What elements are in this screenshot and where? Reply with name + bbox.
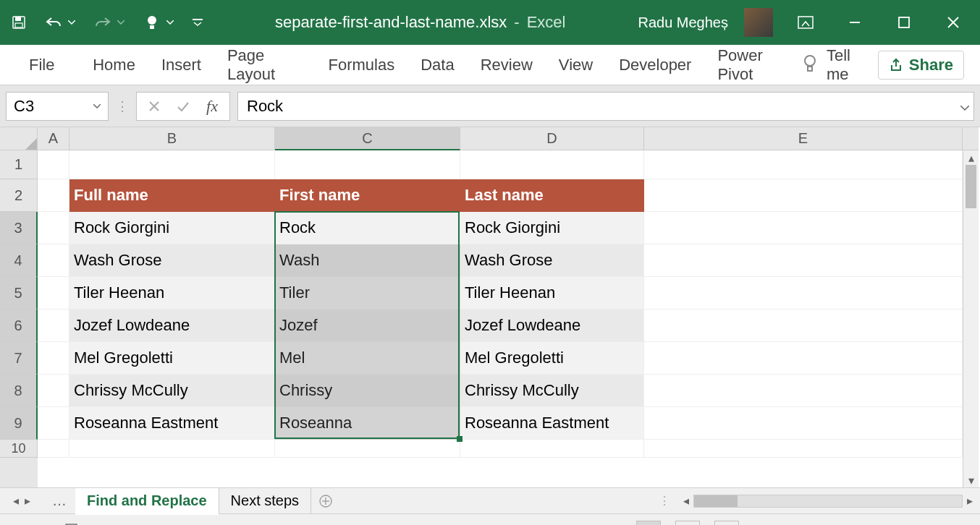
cell[interactable]: Tiler [275, 277, 460, 310]
macro-record-icon[interactable] [65, 522, 81, 525]
prev-sheet-button[interactable]: ◂ [13, 494, 19, 508]
vertical-scroll-thumb[interactable] [966, 165, 976, 208]
row-header-1[interactable]: 1 [0, 150, 38, 179]
cell[interactable] [460, 150, 644, 179]
cell[interactable] [38, 244, 69, 277]
sheet-list-button[interactable]: … [43, 492, 75, 509]
row-header-2[interactable]: 2 [0, 179, 38, 212]
sheet-tab-next-steps[interactable]: Next steps [219, 488, 311, 513]
cell[interactable]: Chrissy McCully [69, 375, 275, 407]
zoom-in-button[interactable]: + [902, 522, 920, 526]
scroll-left-button[interactable]: ◂ [683, 494, 689, 508]
cell[interactable]: Jozef Lowdeane [460, 310, 644, 342]
redo-dropdown[interactable] [116, 14, 126, 31]
minimize-button[interactable] [838, 8, 871, 37]
row-header-7[interactable]: 7 [0, 342, 38, 375]
cell[interactable] [38, 407, 69, 440]
select-all-corner[interactable] [0, 127, 38, 150]
ribbon-display-options[interactable] [789, 8, 822, 37]
cell[interactable]: Full name [69, 179, 275, 212]
cell[interactable] [644, 407, 963, 440]
cell[interactable]: Mel Gregoletti [460, 342, 644, 375]
cell[interactable]: Mel Gregoletti [69, 342, 275, 375]
cell[interactable] [38, 440, 69, 458]
tab-insert[interactable]: Insert [148, 56, 214, 74]
cell[interactable] [644, 310, 963, 342]
cancel-formula-button[interactable] [140, 92, 169, 121]
tab-view[interactable]: View [546, 56, 606, 74]
scroll-right-button[interactable]: ▸ [967, 494, 973, 508]
page-break-view-button[interactable] [714, 521, 739, 526]
row-header-4[interactable]: 4 [0, 244, 38, 277]
cell[interactable]: Jozef Lowdeane [69, 310, 275, 342]
row-header-10[interactable]: 10 [0, 440, 38, 458]
normal-view-button[interactable] [636, 521, 661, 526]
cell[interactable]: Tiler Heenan [69, 277, 275, 310]
cell[interactable] [38, 342, 69, 375]
customize-qat[interactable] [193, 14, 203, 31]
cell[interactable] [38, 375, 69, 407]
tab-review[interactable]: Review [468, 56, 546, 74]
scroll-up-button[interactable]: ▴ [963, 150, 979, 165]
cell[interactable] [644, 342, 963, 375]
cell[interactable]: Jozef [275, 310, 460, 342]
cell[interactable]: Roseanna Eastment [69, 407, 275, 440]
column-header-C[interactable]: C [275, 127, 460, 150]
name-box-resize[interactable]: ⋮ [116, 98, 129, 114]
sheet-tab-find-and-replace[interactable]: Find and Replace [75, 488, 219, 515]
share-button[interactable]: Share [878, 51, 964, 80]
tellme-icon[interactable] [802, 54, 818, 77]
redo-button[interactable] [94, 14, 111, 31]
cell[interactable]: Rock [275, 212, 460, 244]
column-header-B[interactable]: B [69, 127, 275, 150]
tab-home[interactable]: Home [80, 56, 148, 74]
cell[interactable]: Roseanna Eastment [460, 407, 644, 440]
zoom-out-button[interactable]: − [753, 522, 772, 526]
tab-file[interactable]: File [16, 56, 67, 74]
column-header-D[interactable]: D [460, 127, 644, 150]
cell[interactable] [38, 310, 69, 342]
tellme-button[interactable]: Tell me [827, 46, 865, 84]
tab-data[interactable]: Data [407, 56, 467, 74]
ideas-dropdown[interactable] [165, 14, 175, 31]
spreadsheet-grid[interactable]: Full nameFirst nameLast nameRock Giorgin… [38, 150, 963, 487]
cell[interactable] [644, 212, 963, 244]
cell[interactable] [644, 150, 963, 179]
cell[interactable] [644, 244, 963, 277]
cell[interactable] [275, 440, 460, 458]
next-sheet-button[interactable]: ▸ [25, 494, 30, 508]
cell[interactable]: Roseanna [275, 407, 460, 440]
save-button[interactable] [10, 14, 28, 31]
tab-page-layout[interactable]: Page Layout [214, 46, 316, 84]
cell[interactable]: Wash Grose [460, 244, 644, 277]
tab-developer[interactable]: Developer [606, 56, 704, 74]
ideas-button[interactable] [143, 14, 161, 31]
column-header-E[interactable]: E [644, 127, 963, 150]
cell[interactable] [644, 179, 963, 212]
close-button[interactable] [937, 8, 970, 37]
page-layout-view-button[interactable] [675, 521, 700, 526]
row-header-9[interactable]: 9 [0, 407, 38, 440]
maximize-button[interactable] [887, 8, 921, 37]
tab-formulas[interactable]: Formulas [316, 56, 408, 74]
cell[interactable] [644, 440, 963, 458]
cell[interactable] [38, 212, 69, 244]
tab-split-handle[interactable]: ⋮ [653, 494, 676, 508]
cell[interactable]: Wash [275, 244, 460, 277]
undo-button[interactable] [45, 14, 62, 31]
cell[interactable]: Chrissy McCully [460, 375, 644, 407]
enter-formula-button[interactable] [169, 92, 198, 121]
cell[interactable]: Mel [275, 342, 460, 375]
cell[interactable] [69, 150, 275, 179]
cell[interactable]: First name [275, 179, 460, 212]
formula-expand-icon[interactable] [960, 97, 969, 116]
row-header-3[interactable]: 3 [0, 212, 38, 244]
row-header-5[interactable]: 5 [0, 277, 38, 310]
cell[interactable] [644, 375, 963, 407]
cell[interactable] [275, 150, 460, 179]
horizontal-scrollbar[interactable] [693, 495, 963, 508]
cell[interactable] [38, 179, 69, 212]
add-sheet-button[interactable] [311, 495, 340, 508]
tab-power-pivot[interactable]: Power Pivot [704, 46, 801, 84]
name-box[interactable]: C3 [6, 92, 109, 121]
